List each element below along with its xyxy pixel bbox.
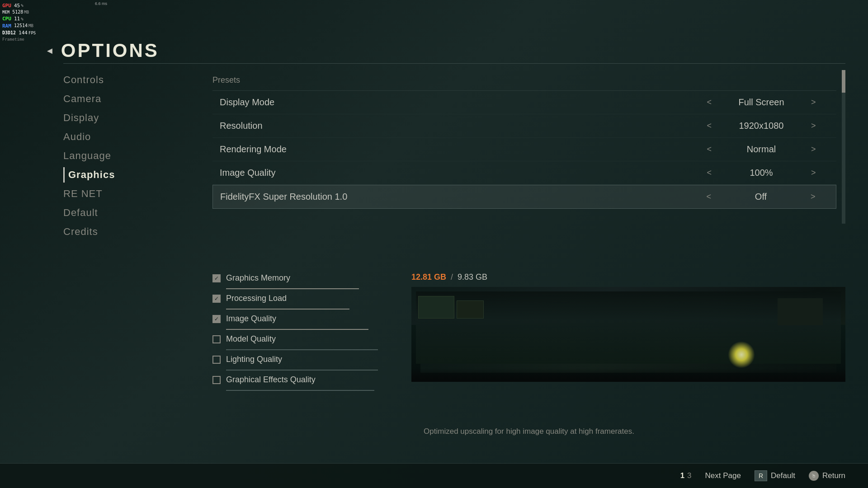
scene-shelf-1 xyxy=(418,296,454,319)
checkbox-row-lighting-quality: Lighting Quality xyxy=(212,350,402,369)
mem-value: 5128 xyxy=(12,9,23,15)
setting-row-rendering-mode[interactable]: Rendering Mode < Normal > xyxy=(212,138,836,161)
presets-row: Presets xyxy=(212,70,836,91)
nav-item-graphics[interactable]: Graphics xyxy=(63,167,115,183)
setting-row-fidelityfx[interactable]: FidelityFX Super Resolution 1.0 < Off > xyxy=(212,185,836,209)
gpu-unit: % xyxy=(21,3,23,9)
nav-item-audio[interactable]: Audio xyxy=(63,129,115,145)
rendering-mode-prev[interactable]: < xyxy=(707,145,712,154)
image-quality-next[interactable]: > xyxy=(811,168,816,178)
frametime-label: Frametime xyxy=(2,37,24,42)
fps-unit: FPS xyxy=(28,30,36,36)
memory-used: 12.81 GB xyxy=(411,272,446,282)
nav-item-renet[interactable]: RE NET xyxy=(63,186,115,202)
image-quality-value: 100% xyxy=(721,168,802,178)
fidelityfx-controls: < Off > xyxy=(693,192,829,202)
fidelityfx-prev[interactable]: < xyxy=(706,192,711,202)
lighting-quality-label: Lighting Quality xyxy=(226,355,282,364)
image-quality-controls: < 100% > xyxy=(693,168,829,178)
memory-separator: / xyxy=(451,272,453,282)
display-mode-value: Full Screen xyxy=(721,97,802,108)
display-mode-next[interactable]: > xyxy=(811,98,816,107)
checkbox-row-graphical-effects: Graphical Effects Quality xyxy=(212,371,402,389)
scene-light xyxy=(728,341,755,368)
graphical-effects-bar xyxy=(226,390,374,391)
checkbox-model-quality[interactable] xyxy=(212,335,221,343)
nav-item-camera[interactable]: Camera xyxy=(63,91,115,107)
ram-value: 12514 xyxy=(14,23,28,29)
gpu-value: 45 xyxy=(14,2,20,9)
cpu-value: 11 xyxy=(14,15,20,22)
nav-item-default[interactable]: Default xyxy=(63,205,115,221)
page-title: OPTIONS xyxy=(61,40,159,61)
preview-area xyxy=(411,287,845,382)
rendering-mode-value: Normal xyxy=(721,144,802,155)
gpu-label: GPU xyxy=(2,2,11,9)
checkbox-processing-load[interactable] xyxy=(212,295,221,303)
rendering-mode-next[interactable]: > xyxy=(811,145,816,154)
display-mode-controls: < Full Screen > xyxy=(693,97,829,108)
resolution-prev[interactable]: < xyxy=(707,121,712,131)
image-quality-prev[interactable]: < xyxy=(707,168,712,178)
back-arrow-icon[interactable]: ◄ xyxy=(45,46,54,56)
checkbox-row-graphics-memory: Graphics Memory xyxy=(212,269,402,287)
scrollbar-thumb[interactable] xyxy=(842,70,845,93)
scene-shelf-2 xyxy=(457,300,484,319)
presets-label: Presets xyxy=(212,75,240,84)
model-quality-label: Model Quality xyxy=(226,334,276,344)
processing-load-label: Processing Load xyxy=(226,294,287,303)
scrollbar-track[interactable] xyxy=(842,70,845,224)
memory-total: 9.83 GB xyxy=(458,272,487,282)
nav-item-credits[interactable]: Credits xyxy=(63,224,115,239)
left-nav: Controls Camera Display Audio Language G… xyxy=(63,72,115,239)
cpu-label: CPU xyxy=(2,15,11,22)
rendering-mode-controls: < Normal > xyxy=(693,144,829,155)
content-panel: Presets Display Mode < Full Screen > Res… xyxy=(212,70,845,461)
mem-unit: MB xyxy=(24,9,29,15)
preview-image xyxy=(411,287,845,382)
image-quality-cb-label: Image Quality xyxy=(226,314,276,324)
checkbox-image-quality[interactable] xyxy=(212,315,221,323)
title-divider xyxy=(63,63,845,64)
checkbox-row-processing-load: Processing Load xyxy=(212,289,402,308)
resolution-next[interactable]: > xyxy=(811,121,816,131)
ram-unit: MB xyxy=(28,23,33,29)
graphical-effects-label: Graphical Effects Quality xyxy=(226,375,316,385)
setting-row-resolution[interactable]: Resolution < 868x488 > xyxy=(212,114,836,138)
display-mode-label: Display Mode xyxy=(220,97,392,108)
fidelityfx-label: FidelityFX Super Resolution 1.0 xyxy=(220,192,392,202)
graphics-memory-label: Graphics Memory xyxy=(226,273,290,283)
nav-item-controls[interactable]: Controls xyxy=(63,72,115,88)
scene-shadow xyxy=(411,368,845,382)
rendering-mode-label: Rendering Mode xyxy=(220,144,392,155)
setting-row-display-mode[interactable]: Display Mode < Full Screen > xyxy=(212,91,836,114)
checkbox-graphical-effects[interactable] xyxy=(212,376,221,384)
cpu-unit: % xyxy=(21,16,23,22)
setting-row-image-quality[interactable]: Image Quality < 100% > xyxy=(212,161,836,185)
image-quality-label: Image Quality xyxy=(220,168,392,178)
display-mode-prev[interactable]: < xyxy=(707,98,712,107)
description-text: Optimized upscaling for high image quali… xyxy=(212,427,845,436)
checkboxes-section: Graphics Memory Processing Load Image Qu… xyxy=(212,269,402,391)
d3d-label: D3D12 xyxy=(2,30,16,36)
scene-shelf-3 xyxy=(778,298,823,325)
checkbox-graphics-memory[interactable] xyxy=(212,274,221,282)
page-title-area: ◄ OPTIONS xyxy=(45,40,159,61)
main-container: ◄ OPTIONS Controls Camera Display Audio … xyxy=(0,0,868,488)
resolution-controls: < 868x488 > xyxy=(693,121,829,131)
nav-item-display[interactable]: Display xyxy=(63,110,115,126)
fidelityfx-next[interactable]: > xyxy=(811,192,816,202)
mem-label: MEM xyxy=(2,9,9,15)
memory-info: 12.81 GB / 9.83 GB xyxy=(411,272,845,282)
ram-label: RAM xyxy=(2,23,11,29)
hud-stats: GPU 45 % MEM 5128 MB CPU 11 % RAM 12514 … xyxy=(2,2,36,42)
fidelityfx-value: Off xyxy=(720,192,802,202)
d3d-fps: 144 xyxy=(19,29,28,36)
checkbox-row-model-quality: Model Quality xyxy=(212,330,402,348)
checkbox-row-image-quality: Image Quality xyxy=(212,310,402,328)
resolution-label: Resolution xyxy=(220,121,392,131)
resolution-value: 868x488 xyxy=(721,121,802,131)
checkbox-lighting-quality[interactable] xyxy=(212,356,221,364)
nav-item-language[interactable]: Language xyxy=(63,148,115,164)
